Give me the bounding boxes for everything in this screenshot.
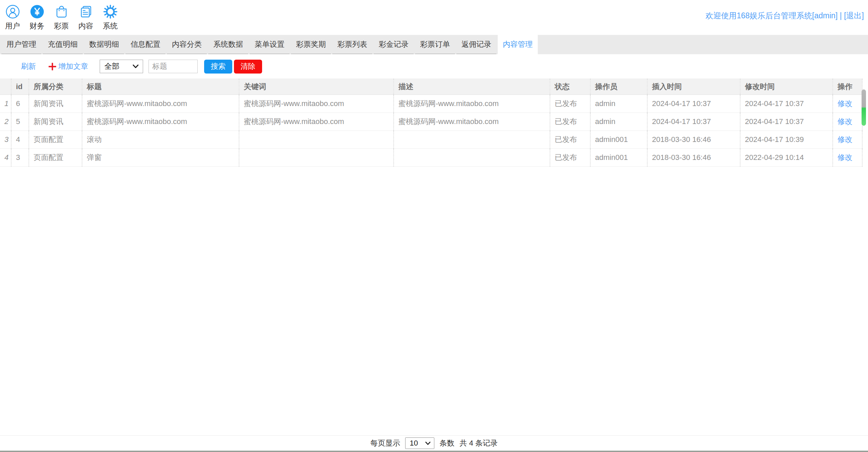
cell-keywords: 蜜桃源码网-www.mitaobo.com — [239, 113, 394, 131]
cell-operator: admin001 — [590, 149, 647, 167]
scrollbar-thumb[interactable] — [862, 89, 866, 126]
cell-id: 6 — [11, 95, 29, 113]
cell-title: 蜜桃源码网-www.mitaobo.com — [82, 95, 239, 113]
status-badge: 已发布 — [550, 131, 590, 149]
modify-link[interactable]: 修改 — [837, 135, 852, 144]
category-select[interactable]: 全部 — [100, 60, 143, 73]
cell-modify-time: 2024-04-17 10:39 — [740, 131, 833, 149]
nav-label: 彩票 — [54, 21, 69, 31]
refresh-link[interactable]: 刷新 — [21, 61, 36, 71]
tab-bar: 用户管理 充值明细 数据明细 信息配置 内容分类 系统数据 菜单设置 彩票奖期 … — [0, 35, 868, 54]
tab-label: 充值明细 — [48, 40, 78, 48]
table-body: 1 6 新闻资讯 蜜桃源码网-www.mitaobo.com 蜜桃源码网-www… — [0, 95, 862, 167]
col-insert-time: 插入时间 — [647, 79, 740, 95]
tab[interactable]: 信息配置 — [125, 35, 165, 54]
tab-label: 菜单设置 — [255, 40, 284, 48]
nav-item-user[interactable]: 用户 — [5, 4, 20, 31]
cell-modify-time: 2024-04-17 10:37 — [740, 113, 833, 131]
chevron-down-icon — [133, 64, 139, 68]
nav-label: 财务 — [29, 21, 44, 31]
row-number: 4 — [0, 149, 11, 167]
search-button[interactable]: 搜索 — [204, 60, 232, 74]
col-id: id — [11, 79, 29, 95]
cell-category: 新闻资讯 — [29, 113, 82, 131]
system-icon — [103, 4, 118, 19]
tab[interactable]: 彩金记录 — [374, 35, 414, 54]
cell-modify-time: 2022-04-29 10:14 — [740, 149, 833, 167]
tab[interactable]: 彩票订单 — [415, 35, 455, 54]
tab-label: 内容管理 — [503, 40, 533, 48]
cell-title: 弹窗 — [82, 149, 239, 167]
per-page-select[interactable]: 10 — [405, 437, 434, 449]
page-bottom-divider — [0, 451, 868, 452]
content-table: id 所属分类 标题 关键词 描述 状态 操作员 插入时间 修改时间 操作 1 … — [0, 79, 863, 167]
cell-keywords — [239, 131, 394, 149]
add-article-label: 增加文章 — [58, 61, 88, 71]
tab-label: 彩票列表 — [337, 40, 367, 48]
cell-title: 蜜桃源码网-www.mitaobo.com — [82, 113, 239, 131]
finance-icon — [29, 4, 45, 19]
cell-description: 蜜桃源码网-www.mitaobo.com — [394, 113, 550, 131]
tab-label: 信息配置 — [131, 40, 160, 48]
clear-button[interactable]: 清除 — [234, 60, 262, 74]
add-article-link[interactable]: 增加文章 — [48, 61, 88, 71]
cell-description: 蜜桃源码网-www.mitaobo.com — [394, 95, 550, 113]
tab[interactable]: 彩票奖期 — [291, 35, 331, 54]
cell-category: 页面配置 — [29, 149, 82, 167]
nav-item-system[interactable]: 系统 — [102, 4, 118, 31]
tab[interactable]: 充值明细 — [43, 35, 83, 54]
modify-link[interactable]: 修改 — [837, 99, 852, 108]
pagination-bar: 每页显示 10 条数 共 4 条记录 — [0, 435, 868, 451]
cell-insert-time: 2018-03-30 16:46 — [647, 149, 740, 167]
tab[interactable]: 返佣记录 — [456, 35, 496, 54]
tab[interactable]: 内容管理 — [498, 35, 538, 54]
cell-id: 4 — [11, 131, 29, 149]
nav-item-finance[interactable]: 财务 — [29, 4, 45, 31]
cell-id: 3 — [11, 149, 29, 167]
status-badge: 已发布 — [550, 149, 590, 167]
col-row-number — [0, 79, 11, 95]
status-badge: 已发布 — [550, 113, 590, 131]
table-row: 3 4 页面配置 滚动 已发布 admin001 2018-03-30 16:4… — [0, 131, 862, 149]
cell-insert-time: 2024-04-17 10:37 — [647, 95, 740, 113]
logout-link[interactable]: [退出] — [844, 11, 864, 20]
unit-label: 条数 — [439, 438, 454, 448]
tab-label: 返佣记录 — [461, 40, 491, 48]
tab[interactable]: 系统数据 — [208, 35, 248, 54]
col-keywords: 关键词 — [239, 79, 394, 95]
table-row: 1 6 新闻资讯 蜜桃源码网-www.mitaobo.com 蜜桃源码网-www… — [0, 95, 862, 113]
title-search-input[interactable] — [149, 60, 198, 73]
per-page-value: 10 — [410, 439, 418, 448]
lottery-icon — [54, 4, 69, 19]
cell-category: 页面配置 — [29, 131, 82, 149]
tab-label: 彩票订单 — [420, 40, 450, 48]
tab-label: 用户管理 — [6, 40, 36, 48]
cell-operator: admin — [590, 95, 647, 113]
cell-modify-time: 2024-04-17 10:37 — [740, 95, 833, 113]
nav-label: 用户 — [5, 21, 20, 31]
table-row: 4 3 页面配置 弹窗 已发布 admin001 2018-03-30 16:4… — [0, 149, 862, 167]
top-bar: 用户 财务 彩票 — [0, 0, 868, 35]
row-number: 2 — [0, 113, 11, 131]
tab-label: 数据明细 — [89, 40, 119, 48]
tab[interactable]: 用户管理 — [1, 35, 41, 54]
cell-category: 新闻资讯 — [29, 95, 82, 113]
welcome-text: 欢迎使用168娱乐后台管理系统[admin] — [706, 11, 838, 20]
welcome-separator: | — [837, 11, 844, 20]
nav-item-content[interactable]: 内容 — [78, 4, 94, 31]
tab[interactable]: 数据明细 — [84, 35, 124, 54]
cell-description — [394, 131, 550, 149]
tab[interactable]: 菜单设置 — [250, 35, 290, 54]
chevron-down-icon — [425, 441, 431, 445]
category-select-value: 全部 — [104, 61, 119, 71]
tab[interactable]: 内容分类 — [167, 35, 207, 54]
nav-item-lottery[interactable]: 彩票 — [54, 4, 69, 31]
cell-keywords — [239, 149, 394, 167]
modify-link[interactable]: 修改 — [837, 117, 852, 126]
col-operator: 操作员 — [590, 79, 647, 95]
tab[interactable]: 彩票列表 — [332, 35, 372, 54]
table-row: 2 5 新闻资讯 蜜桃源码网-www.mitaobo.com 蜜桃源码网-www… — [0, 113, 862, 131]
table-header: id 所属分类 标题 关键词 描述 状态 操作员 插入时间 修改时间 操作 — [0, 79, 862, 95]
modify-link[interactable]: 修改 — [837, 153, 852, 162]
cell-id: 5 — [11, 113, 29, 131]
